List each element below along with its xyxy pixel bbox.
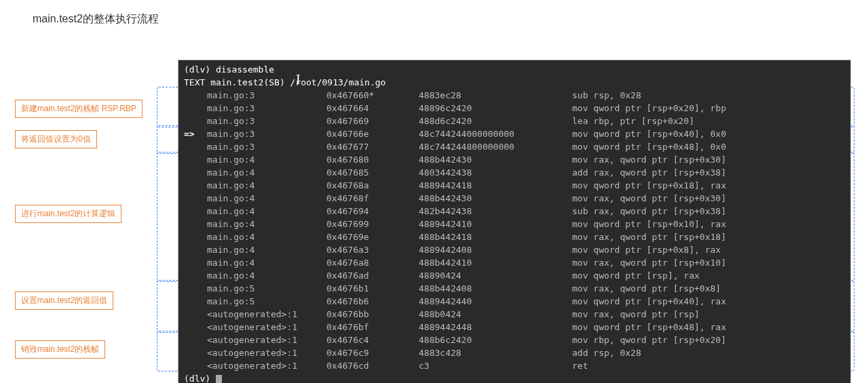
debugger-terminal[interactable]: (dlv) disassemble TEXT main.test2(SB) /r… bbox=[178, 60, 851, 383]
disassembly-row: <autogenerated>:10x4676bb488b0424mov rax… bbox=[184, 308, 845, 321]
disassembly-row: main.go:40x4676854803442438add rax, qwor… bbox=[184, 166, 845, 179]
cell bbox=[184, 218, 207, 230]
cell: mov rax, qword ptr [rsp+0x18] bbox=[572, 230, 845, 243]
cell: c3 bbox=[419, 359, 572, 372]
page-title: main.test2的整体执行流程 bbox=[33, 12, 159, 26]
cell: 0x4676ad bbox=[326, 269, 419, 282]
cell: 0x467660* bbox=[326, 89, 419, 102]
annotation-compute: 进行main.test2的计算逻辑 bbox=[15, 205, 121, 223]
cell: lea rbp, ptr [rsp+0x20] bbox=[572, 115, 845, 127]
cell: 0x4676b1 bbox=[326, 282, 419, 295]
cell: 0x4676b6 bbox=[326, 295, 419, 308]
cell bbox=[184, 269, 207, 282]
disassembly-row: main.go:40x46768f488b442430mov rax, qwor… bbox=[184, 192, 845, 205]
cell bbox=[184, 359, 207, 372]
disassembly-row: main.go:30x46767748c744244800000000mov q… bbox=[184, 140, 845, 153]
cell: main.go:4 bbox=[207, 166, 326, 179]
cell: 4803442438 bbox=[419, 166, 572, 179]
cell: <autogenerated>:1 bbox=[207, 346, 326, 359]
cell: 488b442408 bbox=[419, 282, 572, 295]
cell: sub rax, qword ptr [rsp+0x38] bbox=[572, 205, 845, 218]
disassembly-row: main.go:40x46769e488b442418mov rax, qwor… bbox=[184, 230, 845, 243]
cell: ret bbox=[572, 359, 845, 372]
terminal-prompt-end: (dlv) bbox=[184, 372, 845, 383]
cell: mov qword ptr [rsp+0x20], rbp bbox=[572, 102, 845, 115]
cell: 0x46769e bbox=[326, 230, 419, 243]
cell: mov qword ptr [rsp+0x48], 0x0 bbox=[572, 140, 845, 153]
terminal-prompt-line: (dlv) disassemble bbox=[184, 63, 845, 76]
cell: 0x4676c4 bbox=[326, 334, 419, 346]
cell: 48896c2420 bbox=[419, 102, 572, 115]
cell: 0x4676a8 bbox=[326, 256, 419, 269]
cell: 488b0424 bbox=[419, 308, 572, 321]
cell: 0x4676a3 bbox=[326, 243, 419, 256]
cell: 0x467680 bbox=[326, 153, 419, 166]
cell: 0x467669 bbox=[326, 115, 419, 127]
disassembly-row: <autogenerated>:10x4676c94883c428add rsp… bbox=[184, 346, 845, 359]
cell: mov rbp, qword ptr [rsp+0x20] bbox=[572, 334, 845, 346]
cell: main.go:4 bbox=[207, 192, 326, 205]
cell: 4889442408 bbox=[419, 243, 572, 256]
disassembly-row: =>main.go:30x46766e48c744244000000000mov… bbox=[184, 127, 845, 140]
annotation-zero-return: 将返回值设置为0值 bbox=[15, 130, 97, 148]
cell: 0x467664 bbox=[326, 102, 419, 115]
disassembly-row: main.go:40x46768a4889442418mov qword ptr… bbox=[184, 179, 845, 192]
cell: mov qword ptr [rsp+0x48], rax bbox=[572, 321, 845, 334]
cell: 0x467677 bbox=[326, 140, 419, 153]
cell: mov rax, qword ptr [rsp] bbox=[572, 308, 845, 321]
cell bbox=[184, 205, 207, 218]
disassembly-row: <autogenerated>:10x4676cdc3ret bbox=[184, 359, 845, 372]
cell: mov qword ptr [rsp+0x18], rax bbox=[572, 179, 845, 192]
terminal-header-text: TEXT main.test2(SB) /root/0913/main.go bbox=[184, 77, 385, 87]
cell bbox=[184, 140, 207, 153]
cell: add rax, qword ptr [rsp+0x38] bbox=[572, 166, 845, 179]
cell: main.go:4 bbox=[207, 243, 326, 256]
cell bbox=[184, 102, 207, 115]
disassembly-row: main.go:40x4676ad48890424mov qword ptr [… bbox=[184, 269, 845, 282]
cell: main.go:4 bbox=[207, 269, 326, 282]
cell: 482b442438 bbox=[419, 205, 572, 218]
disassembly-row: <autogenerated>:10x4676c4488b6c2420mov r… bbox=[184, 334, 845, 346]
cell: main.go:3 bbox=[207, 140, 326, 153]
cell: mov qword ptr [rsp+0x10], rax bbox=[572, 218, 845, 230]
cell bbox=[184, 166, 207, 179]
disassembly-row: main.go:40x467680488b442430mov rax, qwor… bbox=[184, 153, 845, 166]
cell: 4889442440 bbox=[419, 295, 572, 308]
disassembly-row: main.go:40x4676a8488b442410mov rax, qwor… bbox=[184, 256, 845, 269]
text-cursor-icon: I bbox=[296, 73, 301, 86]
cell: mov rax, qword ptr [rsp+0x30] bbox=[572, 153, 845, 166]
cell bbox=[184, 308, 207, 321]
cell: 488b6c2420 bbox=[419, 334, 572, 346]
annotation-set-return: 设置main.test2的返回值 bbox=[15, 291, 113, 310]
cell: main.go:4 bbox=[207, 179, 326, 192]
cell bbox=[184, 192, 207, 205]
disassembly-row: main.go:50x4676b64889442440mov qword ptr… bbox=[184, 295, 845, 308]
terminal-header-line: TEXT main.test2(SB) /root/0913/main.go I bbox=[184, 76, 845, 89]
cell: => bbox=[184, 127, 207, 140]
annotation-new-frame: 新建main.test2的栈帧 RSP.RBP bbox=[15, 100, 143, 118]
cell: 0x467699 bbox=[326, 218, 419, 230]
cell: 0x46768a bbox=[326, 179, 419, 192]
cell: mov qword ptr [rsp+0x40], 0x0 bbox=[572, 127, 845, 140]
cell: 48890424 bbox=[419, 269, 572, 282]
disassembly-table: main.go:30x467660*4883ec28sub rsp, 0x28m… bbox=[184, 89, 845, 372]
disassembly-row: <autogenerated>:10x4676bf4889442448mov q… bbox=[184, 321, 845, 334]
cell: 488b442430 bbox=[419, 192, 572, 205]
disassembly-row: main.go:30x467660*4883ec28sub rsp, 0x28 bbox=[184, 89, 845, 102]
cell: mov rax, qword ptr [rsp+0x30] bbox=[572, 192, 845, 205]
cell: mov rax, qword ptr [rsp+0x8] bbox=[572, 282, 845, 295]
disassembly-row: main.go:40x4676a34889442408mov qword ptr… bbox=[184, 243, 845, 256]
cell: 0x46768f bbox=[326, 192, 419, 205]
annotation-destroy-frame: 销毁main.test2的栈帧 bbox=[15, 340, 105, 359]
disassembly-row: main.go:50x4676b1488b442408mov rax, qwor… bbox=[184, 282, 845, 295]
cell: main.go:5 bbox=[207, 282, 326, 295]
cell bbox=[184, 115, 207, 127]
disassembly-row: main.go:40x467694482b442438sub rax, qwor… bbox=[184, 205, 845, 218]
cell: main.go:4 bbox=[207, 256, 326, 269]
cell: 48c744244000000000 bbox=[419, 127, 572, 140]
cell: add rsp, 0x28 bbox=[572, 346, 845, 359]
cell: 488d6c2420 bbox=[419, 115, 572, 127]
cell: main.go:3 bbox=[207, 115, 326, 127]
cell: 4889442410 bbox=[419, 218, 572, 230]
cell: mov rax, qword ptr [rsp+0x10] bbox=[572, 256, 845, 269]
